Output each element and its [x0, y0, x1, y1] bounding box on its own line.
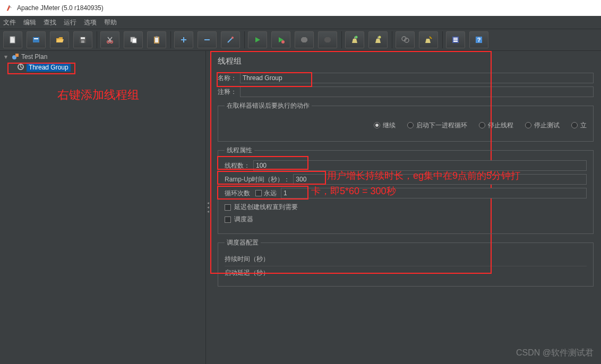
- forever-label: 永远: [264, 189, 277, 198]
- delay-label: 启动延迟（秒）: [225, 266, 587, 280]
- toolbar-separator: [97, 31, 97, 48]
- radio-start-next[interactable]: 启动下一进程循环: [407, 121, 467, 130]
- help-button[interactable]: ?: [469, 31, 488, 48]
- toolbar-separator: [341, 31, 342, 48]
- svg-rect-9: [132, 38, 136, 43]
- svg-point-14: [281, 40, 285, 44]
- menu-help[interactable]: 帮助: [104, 18, 117, 27]
- error-action-fieldset: 在取样器错误后要执行的动作 继续 启动下一进程循环 停止线程 停止测试 立: [218, 101, 594, 142]
- svg-text:?: ?: [477, 37, 481, 43]
- annotation-rampup-1: 用户增长持续时长，eg集中在9点前的5分钟打: [327, 169, 520, 182]
- toolbar-separator: [442, 31, 443, 48]
- expand-button[interactable]: [174, 31, 193, 48]
- svg-point-15: [355, 36, 358, 39]
- toggle-button[interactable]: [221, 31, 240, 48]
- paste-button[interactable]: [147, 31, 166, 48]
- delay-create-label: 延迟创建线程直到需要: [234, 203, 298, 212]
- svg-point-13: [231, 37, 234, 39]
- loop-label: 循环次数: [225, 189, 250, 198]
- radio-icon: [571, 122, 578, 128]
- name-label: 名称：: [218, 74, 237, 83]
- thread-props-legend: 线程属性: [225, 146, 254, 155]
- duration-label: 持续时间（秒）: [225, 253, 587, 266]
- svg-rect-12: [156, 36, 158, 38]
- svg-rect-2: [34, 38, 38, 39]
- radio-stop-thread[interactable]: 停止线程: [479, 121, 513, 130]
- title-bar: Apache JMeter (5.0 r1840935): [0, 0, 601, 16]
- menu-file[interactable]: 文件: [3, 18, 16, 27]
- rampup-label: Ramp-Up时间（秒）：: [225, 175, 290, 184]
- tree-node-testplan[interactable]: ▾ Test Plan: [0, 52, 205, 62]
- scheduler-conf-fieldset: 调度器配置 持续时间（秒） 启动延迟（秒）: [218, 238, 594, 287]
- testplan-icon: [12, 53, 19, 62]
- toolbar-separator: [170, 31, 171, 48]
- thread-group-panel: 线程组 名称： 注释： 在取样器错误后要执行的动作 继续 启动下一进程循环 停止…: [210, 51, 601, 364]
- window-title: Apache JMeter (5.0 r1840935): [17, 4, 104, 12]
- name-input[interactable]: [240, 73, 594, 83]
- tree-label: Test Plan: [21, 53, 47, 60]
- open-templates-button[interactable]: [27, 31, 46, 48]
- svg-rect-20: [453, 38, 458, 39]
- collapse-button[interactable]: [198, 31, 217, 48]
- scheduler-checkbox[interactable]: [225, 216, 231, 223]
- save-button[interactable]: [73, 31, 92, 48]
- menu-search[interactable]: 查找: [44, 18, 56, 27]
- svg-rect-1: [33, 37, 39, 42]
- menu-bar: 文件 编辑 查找 运行 选项 帮助: [0, 16, 601, 29]
- open-button[interactable]: [50, 31, 69, 48]
- error-action-legend: 在取样器错误后要执行的动作: [225, 101, 312, 110]
- cut-button[interactable]: [100, 31, 119, 48]
- jmeter-logo-icon: [5, 4, 13, 12]
- workspace: ▾ Test Plan Thread Group 右键添加线程组 ◂ ◂ ◂ 线…: [0, 51, 601, 364]
- radio-stop-test[interactable]: 停止测试: [525, 121, 560, 130]
- stop-button[interactable]: [295, 31, 314, 48]
- radio-icon: [407, 122, 414, 128]
- radio-continue[interactable]: 继续: [374, 121, 396, 130]
- search-button[interactable]: [396, 31, 415, 48]
- toolbar-separator: [392, 31, 392, 48]
- svg-rect-26: [15, 54, 19, 57]
- start-no-timers-button[interactable]: [271, 31, 290, 48]
- clear-all-button[interactable]: [368, 31, 388, 48]
- threads-label: 线程数：: [225, 161, 250, 170]
- reset-search-button[interactable]: [419, 31, 438, 48]
- menu-edit[interactable]: 编辑: [23, 18, 36, 27]
- scheduler-label: 调度器: [234, 215, 253, 224]
- toolbar: ?: [0, 29, 601, 51]
- radio-icon: [374, 122, 380, 128]
- new-file-button[interactable]: [3, 31, 22, 48]
- svg-rect-4: [81, 37, 85, 39]
- comment-input[interactable]: [240, 86, 594, 97]
- forever-checkbox[interactable]: [255, 190, 262, 196]
- delay-create-checkbox[interactable]: [225, 204, 231, 211]
- radio-icon: [525, 122, 531, 128]
- panel-title: 线程组: [218, 56, 594, 66]
- svg-rect-11: [155, 38, 158, 42]
- svg-point-16: [379, 36, 381, 39]
- splitter-handle[interactable]: ◂ ◂ ◂: [206, 51, 210, 364]
- expand-toggle-icon[interactable]: ▾: [4, 53, 10, 60]
- menu-run[interactable]: 运行: [64, 18, 76, 27]
- toolbar-separator: [244, 31, 245, 48]
- comment-label: 注释：: [218, 88, 237, 97]
- watermark: CSDN @软件测试君: [516, 348, 594, 359]
- test-plan-tree[interactable]: ▾ Test Plan Thread Group 右键添加线程组: [0, 51, 206, 364]
- svg-rect-21: [453, 39, 458, 40]
- svg-rect-5: [81, 40, 84, 43]
- start-button[interactable]: [248, 31, 267, 48]
- menu-options[interactable]: 选项: [84, 18, 97, 27]
- annotation-tree: 右键添加线程组: [57, 87, 139, 103]
- thread-props-fieldset: 线程属性 线程数： Ramp-Up时间（秒）： 循环次数 永远 延迟创建线程直到…: [218, 146, 594, 234]
- scheduler-conf-legend: 调度器配置: [225, 238, 261, 247]
- shutdown-button[interactable]: [318, 31, 337, 48]
- copy-button[interactable]: [124, 31, 143, 48]
- svg-rect-22: [453, 41, 458, 42]
- clear-button[interactable]: [345, 31, 364, 48]
- splitter-arrow-icon: ◂: [207, 210, 209, 214]
- annotation-rampup-2: 卡，即5*60 = 300秒: [311, 185, 396, 197]
- radio-stop-test-now[interactable]: 立: [571, 121, 587, 130]
- radio-icon: [479, 122, 485, 128]
- function-helper-button[interactable]: [446, 31, 465, 48]
